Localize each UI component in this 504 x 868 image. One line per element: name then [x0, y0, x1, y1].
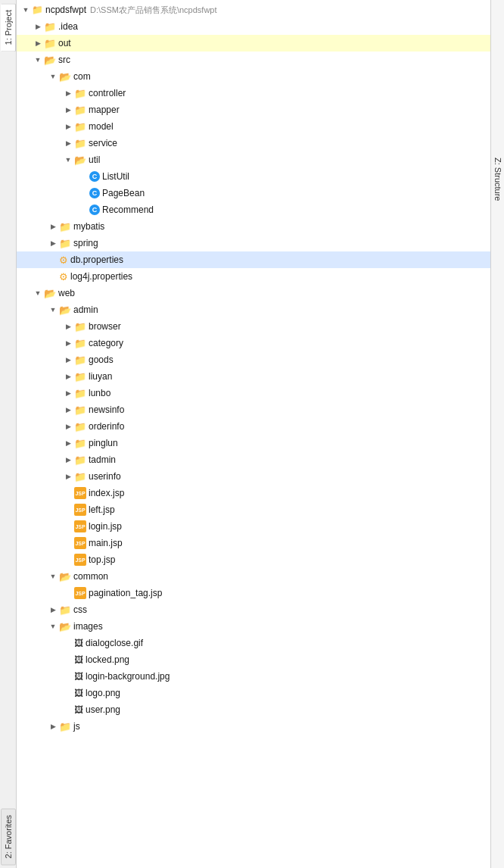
list-item[interactable]: 📁 browser — [17, 318, 490, 335]
list-item[interactable]: 📁 mybatis — [17, 218, 490, 235]
jsp-icon: JSP — [74, 504, 86, 516]
toggle[interactable] — [62, 87, 74, 99]
folder-icon: 📁 — [74, 354, 86, 366]
item-label: index.jsp — [89, 488, 124, 498]
toggle[interactable] — [62, 320, 74, 333]
item-label: category — [89, 338, 123, 348]
toggle[interactable] — [47, 620, 59, 632]
toggle[interactable] — [47, 720, 59, 732]
list-item[interactable]: 📁 newsinfo — [17, 401, 490, 418]
toggle[interactable] — [62, 154, 74, 166]
toggle-src[interactable] — [32, 54, 44, 66]
project-tab[interactable]: 1: Project — [1, 3, 16, 52]
toggle[interactable] — [47, 304, 59, 316]
list-item[interactable]: 📂 web — [17, 285, 490, 301]
item-label: Recommend — [102, 205, 154, 215]
list-item[interactable]: 🖼 locked.png — [17, 651, 490, 668]
list-item[interactable]: 📁 model — [17, 118, 490, 135]
folder-icon: 📁 — [59, 221, 71, 233]
list-item[interactable]: 📁 userinfo — [17, 468, 490, 485]
item-label: src — [58, 55, 70, 65]
list-item[interactable]: 📂 admin — [17, 301, 490, 318]
list-item[interactable]: 📁 .idea — [17, 18, 490, 35]
item-label: login-background.jpg — [86, 671, 170, 682]
toggle-root[interactable] — [20, 4, 32, 16]
toggle-out[interactable] — [32, 37, 44, 49]
list-item[interactable]: ⚙ log4j.properties — [17, 268, 490, 285]
folder-icon: 📁 — [74, 138, 86, 149]
list-item[interactable]: 📁 css — [17, 601, 490, 618]
list-item[interactable]: JSP index.jsp — [17, 485, 490, 501]
list-item[interactable]: 🖼 user.png — [17, 701, 490, 718]
tree-root[interactable]: 📁 ncpdsfwpt D:\SSM农产品销售系统\ncpdsfwpt — [17, 2, 490, 18]
favorites-tab[interactable]: 2: Favorites — [1, 808, 16, 865]
list-item[interactable]: 📁 pinglun — [17, 435, 490, 451]
list-item[interactable]: 📁 tadmin — [17, 451, 490, 468]
list-item[interactable]: 📁 out — [17, 35, 490, 52]
toggle[interactable] — [62, 120, 74, 133]
item-label: images — [73, 621, 103, 632]
folder-icon: 📁 — [59, 721, 71, 732]
class-icon: C — [89, 171, 100, 182]
list-item[interactable]: 📁 lunbo — [17, 385, 490, 401]
list-item[interactable]: JSP pagination_tag.jsp — [17, 585, 490, 601]
project-tree[interactable]: 📁 ncpdsfwpt D:\SSM农产品销售系统\ncpdsfwpt 📁 .i… — [17, 0, 490, 868]
list-item[interactable]: JSP main.jsp — [17, 535, 490, 551]
toggle[interactable] — [47, 237, 59, 249]
list-item[interactable]: C Recommend — [17, 201, 490, 218]
list-item[interactable]: 📂 common — [17, 568, 490, 585]
list-item[interactable]: C ListUtil — [17, 168, 490, 185]
list-item[interactable]: JSP top.jsp — [17, 551, 490, 568]
item-label: left.jsp — [89, 504, 115, 515]
list-item[interactable]: 📁 liuyan — [17, 368, 490, 385]
toggle[interactable] — [62, 337, 74, 349]
toggle[interactable] — [62, 420, 74, 432]
item-label: dialogclose.gif — [86, 638, 143, 648]
item-label: userinfo — [89, 471, 121, 482]
list-item[interactable]: 📁 js — [17, 718, 490, 735]
item-label: PageBean — [102, 188, 145, 198]
toggle[interactable] — [62, 387, 74, 399]
toggle[interactable] — [62, 370, 74, 382]
toggle[interactable] — [47, 604, 59, 616]
folder-icon: 📁 — [74, 88, 86, 99]
list-item[interactable]: 🖼 dialogclose.gif — [17, 635, 490, 651]
toggle[interactable] — [62, 437, 74, 449]
toggle-com[interactable] — [47, 70, 59, 83]
toggle[interactable] — [62, 354, 74, 366]
toggle[interactable] — [62, 470, 74, 482]
toggle[interactable] — [32, 287, 44, 299]
list-item[interactable]: 📁 goods — [17, 351, 490, 368]
list-item[interactable]: 📁 category — [17, 335, 490, 351]
toggle[interactable] — [47, 220, 59, 233]
list-item[interactable]: JSP login.jsp — [17, 518, 490, 535]
item-label: newsinfo — [89, 404, 124, 415]
list-item[interactable]: C PageBean — [17, 185, 490, 201]
toggle[interactable] — [47, 570, 59, 582]
folder-icon: 📁 — [74, 388, 86, 399]
toggle[interactable] — [62, 404, 74, 416]
structure-tab[interactable]: Z: Structure — [492, 151, 504, 207]
item-label: mapper — [89, 105, 120, 115]
list-item[interactable]: 🖼 logo.png — [17, 685, 490, 701]
list-item[interactable]: 📂 com — [17, 68, 490, 85]
folder-icon: 📁 — [74, 371, 86, 382]
toggle[interactable] — [62, 137, 74, 149]
list-item[interactable]: 📂 images — [17, 618, 490, 635]
folder-open-icon: 📂 — [44, 288, 56, 299]
list-item[interactable]: 📂 src — [17, 52, 490, 68]
toggle[interactable] — [62, 454, 74, 466]
class-icon: C — [89, 188, 100, 198]
list-item[interactable]: 📁 mapper — [17, 101, 490, 118]
list-item[interactable]: ⚙ db.properties — [17, 251, 490, 268]
list-item[interactable]: 📂 util — [17, 151, 490, 168]
list-item[interactable]: 📁 orderinfo — [17, 418, 490, 435]
list-item[interactable]: 📁 service — [17, 135, 490, 151]
item-label: spring — [73, 238, 98, 248]
list-item[interactable]: 📁 spring — [17, 235, 490, 251]
list-item[interactable]: JSP left.jsp — [17, 501, 490, 518]
list-item[interactable]: 🖼 login-background.jpg — [17, 668, 490, 685]
toggle[interactable] — [62, 104, 74, 116]
list-item[interactable]: 📁 controller — [17, 85, 490, 101]
toggle-idea[interactable] — [32, 20, 44, 33]
